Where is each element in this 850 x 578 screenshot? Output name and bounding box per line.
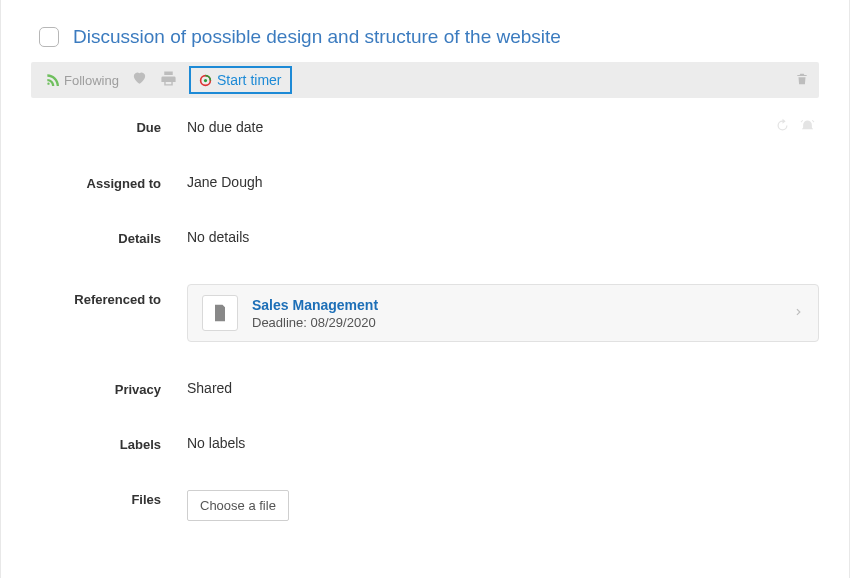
reminder-icon[interactable] bbox=[800, 118, 815, 136]
referenced-label: Referenced to bbox=[31, 284, 161, 307]
details-label: Details bbox=[31, 229, 161, 246]
reference-deadline-prefix: Deadline: bbox=[252, 315, 311, 330]
fields: Due No due date Assigned to Jane Dough D… bbox=[31, 118, 819, 521]
task-detail-panel: Discussion of possible design and struct… bbox=[0, 0, 850, 578]
reference-card[interactable]: Sales Management Deadline: 08/29/2020 bbox=[187, 284, 819, 342]
labels-row: Labels No labels bbox=[31, 435, 819, 452]
referenced-value-wrap: Sales Management Deadline: 08/29/2020 bbox=[187, 284, 819, 342]
reference-deadline: Deadline: 08/29/2020 bbox=[252, 315, 780, 330]
follow-button[interactable]: Following bbox=[45, 72, 119, 88]
labels-value[interactable]: No labels bbox=[187, 435, 819, 451]
due-label: Due bbox=[31, 118, 161, 135]
reference-deadline-value: 08/29/2020 bbox=[311, 315, 376, 330]
start-timer-label: Start timer bbox=[217, 72, 282, 88]
privacy-value[interactable]: Shared bbox=[187, 380, 819, 396]
print-icon[interactable] bbox=[160, 70, 177, 91]
svg-point-1 bbox=[204, 78, 207, 81]
assigned-label: Assigned to bbox=[31, 174, 161, 191]
labels-label: Labels bbox=[31, 435, 161, 452]
referenced-row: Referenced to Sales Management Deadline:… bbox=[31, 284, 819, 342]
details-row: Details No details bbox=[31, 229, 819, 246]
timer-icon bbox=[199, 74, 212, 87]
privacy-row: Privacy Shared bbox=[31, 380, 819, 397]
files-value: Choose a file bbox=[187, 490, 819, 521]
reference-body: Sales Management Deadline: 08/29/2020 bbox=[252, 297, 780, 330]
document-icon bbox=[202, 295, 238, 331]
complete-checkbox[interactable] bbox=[39, 27, 59, 47]
chevron-right-icon bbox=[794, 302, 804, 325]
recurrence-icon[interactable] bbox=[775, 118, 790, 136]
assigned-row: Assigned to Jane Dough bbox=[31, 174, 819, 191]
reference-title: Sales Management bbox=[252, 297, 780, 313]
assigned-value[interactable]: Jane Dough bbox=[187, 174, 819, 190]
favorite-icon[interactable] bbox=[131, 69, 148, 91]
due-value[interactable]: No due date bbox=[187, 119, 263, 135]
delete-icon[interactable] bbox=[795, 72, 809, 89]
title-row: Discussion of possible design and struct… bbox=[31, 26, 819, 48]
rss-icon bbox=[45, 72, 59, 88]
details-value[interactable]: No details bbox=[187, 229, 819, 245]
files-label: Files bbox=[31, 490, 161, 507]
privacy-label: Privacy bbox=[31, 380, 161, 397]
task-title[interactable]: Discussion of possible design and struct… bbox=[73, 26, 561, 48]
toolbar-left: Following Start timer bbox=[45, 66, 292, 94]
toolbar: Following Start timer bbox=[31, 62, 819, 98]
files-row: Files Choose a file bbox=[31, 490, 819, 521]
start-timer-button[interactable]: Start timer bbox=[189, 66, 292, 94]
due-value-wrap: No due date bbox=[187, 118, 819, 136]
due-icons bbox=[775, 118, 819, 136]
follow-label: Following bbox=[64, 73, 119, 88]
choose-file-button[interactable]: Choose a file bbox=[187, 490, 289, 521]
due-row: Due No due date bbox=[31, 118, 819, 136]
